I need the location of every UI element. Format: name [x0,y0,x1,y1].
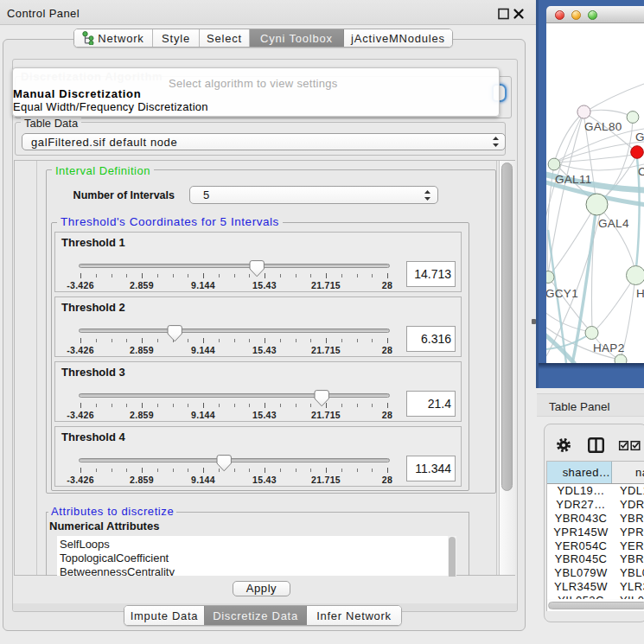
svg-text:C: C [638,165,644,178]
svg-text:HAP2: HAP2 [593,341,624,354]
svg-text:GAL80: GAL80 [584,120,622,133]
svg-text:GAL4: GAL4 [598,217,629,230]
svg-text:GCY1: GCY1 [546,287,578,300]
svg-text:H: H [636,287,644,300]
svg-text:GAL11: GAL11 [555,173,592,186]
svg-text:GA: GA [635,131,644,143]
